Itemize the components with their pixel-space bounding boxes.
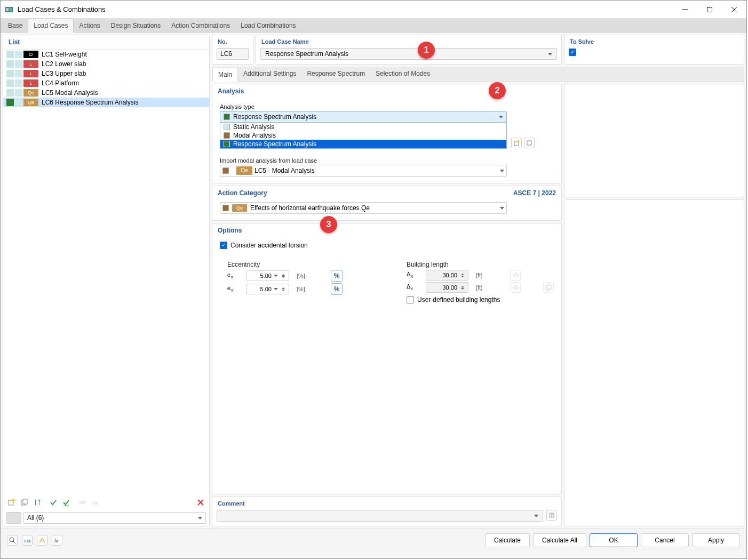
svg-line-26 bbox=[13, 541, 15, 543]
tab-load-cases[interactable]: Load Cases bbox=[28, 19, 74, 33]
no-label: No. bbox=[212, 35, 253, 46]
to-solve-checkbox[interactable] bbox=[569, 49, 576, 56]
window-title: Load Cases & Combinations bbox=[18, 5, 673, 13]
model-icon[interactable] bbox=[37, 535, 47, 546]
comment-edit-icon[interactable] bbox=[546, 510, 557, 521]
analysis-type-option[interactable]: Static Analysis bbox=[220, 123, 506, 131]
import-modal-combo[interactable]: Qe LC5 - Modal Analysis bbox=[220, 165, 507, 177]
titlebar: Load Cases & Combinations bbox=[1, 1, 746, 19]
analysis-type-value: Response Spectrum Analysis bbox=[233, 113, 316, 121]
stats-icon[interactable]: 2/6 bbox=[90, 497, 100, 508]
tab-action-combinations[interactable]: Action Combinations bbox=[166, 19, 235, 32]
ex-field[interactable]: 5.00 bbox=[246, 270, 289, 281]
cancel-button[interactable]: Cancel bbox=[641, 533, 689, 547]
subtab-additional[interactable]: Additional Settings bbox=[238, 67, 301, 81]
units-icon[interactable]: 0.00 bbox=[22, 535, 33, 546]
import-modal-label: Import modal analysis from load case bbox=[220, 157, 554, 164]
subtab-selection-modes[interactable]: Selection of Modes bbox=[370, 67, 435, 81]
pick-button-y[interactable] bbox=[510, 282, 521, 293]
svg-point-20 bbox=[517, 140, 520, 143]
close-button[interactable] bbox=[722, 1, 746, 18]
filter-label: All (6) bbox=[27, 514, 44, 522]
category-row-swatch bbox=[222, 205, 229, 211]
eccentricity-head: Eccentricity bbox=[227, 261, 343, 268]
subtab-main[interactable]: Main bbox=[212, 68, 238, 82]
check-green-icon[interactable] bbox=[48, 497, 59, 508]
list-item[interactable]: LLC2 Lower slab bbox=[3, 59, 209, 69]
list-item[interactable]: DLC1 Self-weight bbox=[3, 50, 209, 59]
calculate-button[interactable]: Calculate bbox=[485, 533, 530, 547]
pick-button-x[interactable] bbox=[510, 270, 521, 281]
list-item[interactable]: QeLC5 Modal Analysis bbox=[3, 88, 209, 98]
list-toolbar: 2/6 bbox=[3, 495, 209, 510]
user-defined-lengths-label: User-defined building lengths bbox=[417, 296, 500, 303]
copy-lengths-icon[interactable] bbox=[543, 282, 554, 293]
link-icon[interactable] bbox=[77, 497, 87, 508]
tab-load-combinations[interactable]: Load Combinations bbox=[235, 19, 301, 32]
solve-label: To Solve bbox=[564, 35, 744, 46]
list-panel: List DLC1 Self-weightLLC2 Lower slabLLC3… bbox=[3, 35, 210, 526]
list-item[interactable]: QeLC6 Response Spectrum Analysis bbox=[3, 98, 209, 107]
minimize-button[interactable] bbox=[673, 1, 697, 18]
name-label: Load Case Name bbox=[256, 35, 561, 46]
percent-button-x[interactable]: % bbox=[331, 270, 343, 282]
check-green2-icon[interactable] bbox=[61, 497, 71, 508]
svg-point-25 bbox=[10, 538, 14, 542]
subtab-response-spectrum[interactable]: Response Spectrum bbox=[301, 67, 370, 81]
consider-torsion-checkbox[interactable] bbox=[220, 242, 227, 249]
analysis-section: Analysis Analysis type Response Spectrum… bbox=[212, 84, 562, 183]
subtabbar: Main Additional Settings Response Spectr… bbox=[212, 67, 744, 82]
chevron-down-icon bbox=[274, 275, 278, 277]
comment-combo[interactable] bbox=[217, 510, 543, 522]
tab-base[interactable]: Base bbox=[3, 19, 28, 32]
settings-new-icon[interactable] bbox=[511, 138, 522, 148]
filter-select[interactable]: All (6) bbox=[23, 512, 206, 524]
tab-design-situations[interactable]: Design Situations bbox=[106, 19, 166, 32]
dy-unit: [ft] bbox=[476, 284, 488, 291]
svg-rect-14 bbox=[79, 501, 82, 503]
dx-field[interactable]: 30.00 bbox=[426, 270, 468, 281]
svg-text:fx: fx bbox=[54, 538, 59, 543]
annotation-3: 3 bbox=[320, 216, 337, 233]
tab-actions[interactable]: Actions bbox=[74, 19, 105, 32]
ey-field[interactable]: 5.00 bbox=[246, 284, 289, 294]
svg-text:0.00: 0.00 bbox=[24, 539, 31, 543]
action-category-head: Action Category ASCE 7 | 2022 bbox=[212, 186, 561, 200]
analysis-type-option[interactable]: Response Spectrum Analysis bbox=[220, 140, 506, 148]
dx-unit: [ft] bbox=[476, 272, 488, 278]
analysis-type-combo[interactable]: Response Spectrum Analysis bbox=[220, 111, 507, 123]
delete-x-icon[interactable] bbox=[195, 497, 206, 508]
dy-field[interactable]: 30.00 bbox=[426, 282, 468, 293]
app-icon bbox=[5, 5, 13, 14]
chevron-down-icon bbox=[499, 116, 503, 118]
ey-label: eY bbox=[227, 285, 239, 293]
settings-edit-icon[interactable] bbox=[524, 138, 535, 148]
new-icon[interactable] bbox=[6, 497, 17, 508]
formula-icon[interactable]: fx bbox=[52, 535, 62, 546]
load-case-name-combo[interactable]: Response Spectrum Analysis bbox=[260, 48, 557, 60]
action-category-combo[interactable]: Qe Effects of horizontal earthquake forc… bbox=[220, 202, 507, 214]
search-icon[interactable] bbox=[7, 535, 18, 546]
ok-button[interactable]: OK bbox=[590, 533, 638, 547]
percent-button-y[interactable]: % bbox=[331, 283, 343, 295]
apply-button[interactable]: Apply bbox=[692, 533, 740, 547]
no-field[interactable]: LC6 bbox=[217, 48, 249, 60]
list-item[interactable]: LLC4 Platform bbox=[3, 78, 209, 88]
dy-label: ΔY bbox=[407, 283, 418, 291]
no-panel: No. LC6 bbox=[212, 35, 253, 65]
calculate-all-button[interactable]: Calculate All bbox=[533, 533, 586, 547]
analysis-head: Analysis bbox=[212, 84, 561, 98]
preview-top-panel bbox=[564, 84, 744, 197]
chevron-down-icon bbox=[548, 53, 552, 55]
import-tag: Qe bbox=[236, 166, 252, 175]
user-defined-lengths-checkbox[interactable] bbox=[407, 296, 414, 303]
maximize-button[interactable] bbox=[697, 1, 722, 18]
list-item[interactable]: LLC3 Upper slab bbox=[3, 69, 209, 78]
chevron-down-icon bbox=[534, 515, 538, 517]
chevron-down-icon bbox=[274, 288, 278, 290]
copy-icon[interactable] bbox=[19, 497, 30, 508]
sort-icon[interactable] bbox=[32, 497, 43, 508]
list-body: DLC1 Self-weightLLC2 Lower slabLLC3 Uppe… bbox=[3, 50, 209, 495]
consider-torsion-label: Consider accidental torsion bbox=[230, 242, 308, 249]
analysis-type-option[interactable]: Modal Analysis bbox=[220, 131, 506, 140]
